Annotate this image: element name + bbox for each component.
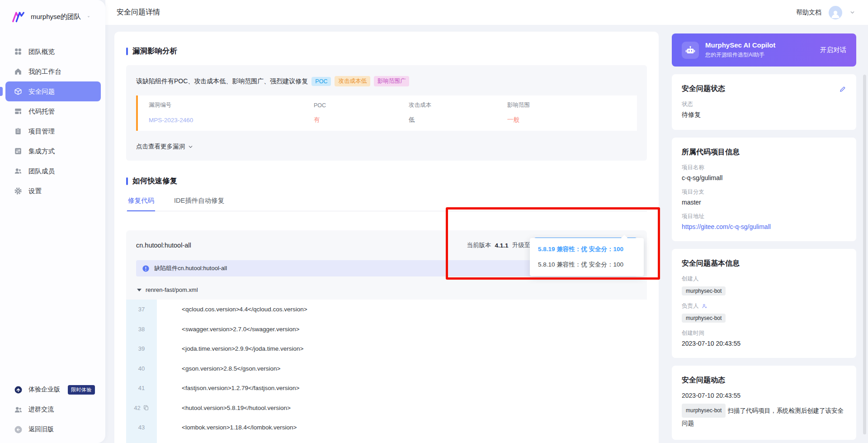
sidebar: murphyse的团队 团队概览 我的工作台 安全问题: [0, 0, 105, 443]
collapse-triangle-icon: [137, 289, 142, 291]
current-version-value: 4.1.1: [495, 242, 508, 249]
view-more-vulnerabilities-link[interactable]: 点击查看更多漏洞: [136, 143, 637, 151]
cube-icon: [14, 87, 22, 95]
section-accent-bar: [126, 177, 128, 185]
footer-item-label: 进群交流: [28, 405, 54, 414]
project-url-link[interactable]: https://gitee.com/c-q-sg/gulimall: [682, 223, 846, 230]
code-line: 37 <qcloud.cos.version>4.4</qcloud.cos.v…: [126, 300, 647, 319]
line-number: 42: [134, 405, 140, 411]
sidebar-item-integration[interactable]: 集成方式: [5, 141, 101, 161]
attack-cost-value: 低: [409, 116, 507, 124]
tab-fix-code[interactable]: 修复代码: [127, 192, 155, 211]
code-block: 37 <qcloud.cos.version>4.4</qcloud.cos.v…: [126, 300, 647, 443]
attack-cost-badge: 攻击成本低: [335, 76, 370, 86]
basic-card-title: 安全问题基本信息: [682, 259, 740, 268]
line-number: 37: [126, 300, 157, 319]
line-number: 44: [126, 438, 157, 443]
add-assignee-icon[interactable]: [702, 303, 708, 309]
line-number: 41: [126, 378, 157, 398]
impact-section-title: 漏洞影响分析: [132, 46, 177, 56]
sidebar-item-team-members[interactable]: 团队成员: [5, 161, 101, 181]
brand-logo-icon: [11, 9, 26, 24]
chevron-down-icon[interactable]: [849, 10, 855, 15]
current-version-label: 当前版本: [467, 241, 491, 249]
code-text: <hutool.version>5.8.19</hutool.version>: [157, 398, 291, 418]
sidebar-item-enterprise-trial[interactable]: 体验企业版 限时体验: [0, 380, 105, 400]
sidebar-item-label: 设置: [28, 187, 42, 195]
status-value: 待修复: [682, 111, 846, 119]
copy-icon[interactable]: [143, 405, 149, 411]
project-branch-label: 项目分支: [682, 188, 846, 196]
footer-item-label: 返回旧版: [28, 425, 54, 433]
edit-pencil-icon[interactable]: [839, 86, 846, 93]
team-switcher[interactable]: murphyse的团队: [0, 0, 105, 28]
code-text: <swagger.version>2.7.0</swagger.version>: [157, 319, 299, 339]
sidebar-item-team-overview[interactable]: 团队概览: [5, 42, 101, 62]
project-branch-value: master: [682, 199, 846, 206]
sidebar-item-settings[interactable]: 设置: [5, 181, 101, 201]
line-number: 39: [126, 339, 157, 359]
page-title: 安全问题详情: [117, 8, 160, 17]
avatar[interactable]: [829, 6, 842, 19]
status-label: 状态: [682, 100, 846, 108]
code-text: <gson.version>2.8.5</gson.version>: [157, 359, 280, 379]
storage-icon: [14, 107, 22, 115]
sidebar-item-label: 团队成员: [28, 167, 55, 176]
copilot-title: MurphySec AI Copilot: [705, 41, 775, 49]
creator-label: 创建人: [682, 275, 846, 283]
assignee-label: 负责人: [682, 302, 699, 310]
impact-section-header: 漏洞影响分析: [126, 46, 647, 56]
start-chat-button[interactable]: 开启对话: [820, 46, 846, 54]
line-number: 38: [126, 319, 157, 339]
topbar: 安全问题详情 帮助文档: [105, 0, 868, 25]
footer-item-label: 体验企业版: [28, 386, 60, 394]
dropdown-option-5819[interactable]: 5.8.19 兼容性：优 安全分：100: [530, 242, 644, 257]
activity-description: murphysec-bot扫描了代码项目，系统检测后创建了该安全问题: [682, 404, 846, 429]
project-info-card: 所属代码项目信息 项目名称 c-q-sg/gulimall 项目分支 maste…: [672, 138, 856, 241]
scrollbar-thumb[interactable]: [863, 75, 866, 434]
sidebar-footer: 体验企业版 限时体验 进群交流 返回旧版: [0, 380, 105, 439]
copilot-banner[interactable]: MurphySec AI Copilot 您的开源组件选型AI助手 开启对话: [672, 33, 856, 67]
robot-icon: [682, 42, 699, 59]
line-number: 40: [126, 359, 157, 379]
sidebar-item-project-management[interactable]: 项目管理: [5, 121, 101, 141]
people-icon: [14, 167, 22, 175]
creator-tag: murphysec-bot: [682, 286, 726, 295]
poc-value: 有: [314, 116, 409, 124]
code-text: <fastjson.version>1.2.79</fastjson.versi…: [157, 378, 299, 398]
help-docs-link[interactable]: 帮助文档: [796, 9, 821, 17]
impact-scope-badge: 影响范围广: [374, 76, 410, 86]
component-name: cn.hutool:hutool-all: [136, 242, 191, 249]
sidebar-item-group-chat[interactable]: 进群交流: [0, 400, 105, 419]
sidebar-item-label: 我的工作台: [28, 67, 61, 76]
code-line: 39 <joda.time.version>2.9.9</joda.time.v…: [126, 339, 647, 359]
project-url-label: 项目地址: [682, 213, 846, 220]
section-accent-bar: [126, 48, 128, 55]
impact-scope-value: 一般: [507, 116, 637, 124]
sidebar-item-back-to-old[interactable]: 返回旧版: [0, 419, 105, 439]
code-line-hutool: 42 <hutool.version>5.8.19</hutool.versio…: [126, 398, 647, 418]
sidebar-item-label: 代码托管: [28, 107, 55, 116]
activity-actor-tag: murphysec-bot: [682, 404, 726, 418]
defect-alert-text: 缺陷组件cn.hutool:hutool-all: [154, 264, 227, 272]
sidebar-menu: 团队概览 我的工作台 安全问题 代码托管 项目管理: [0, 42, 105, 201]
sidebar-item-code-hosting[interactable]: 代码托管: [5, 101, 101, 121]
file-collapse-row[interactable]: renren-fast/pom.xml: [126, 276, 647, 300]
issue-status-card: 安全问题状态 状态 待修复: [672, 74, 856, 130]
main-content: 漏洞影响分析 该缺陷组件有POC、攻击成本低、影响范围广、强烈建议修复 POC …: [114, 32, 659, 443]
sidebar-item-security-issues[interactable]: 安全问题: [5, 81, 101, 101]
view-more-label: 点击查看更多漏洞: [136, 143, 185, 151]
active-indicator: [0, 87, 3, 96]
dropdown-option-5810[interactable]: 5.8.10 兼容性：优 安全分：100: [530, 257, 644, 272]
sidebar-item-workbench[interactable]: 我的工作台: [5, 62, 101, 81]
issue-activity-card: 安全问题动态 2023-07-10 20:43:55 murphysec-bot…: [672, 366, 856, 440]
tab-ide-plugin[interactable]: IDE插件自动修复: [173, 192, 225, 211]
version-dropdown-popup: 5.8.19 兼容性：优 安全分：100 5.8.10 兼容性：优 安全分：10…: [530, 238, 644, 276]
arrow-left-circle-icon: [14, 425, 23, 434]
vulnerability-id-link[interactable]: MPS-2023-2460: [149, 117, 314, 124]
poc-badge: POC: [311, 77, 331, 86]
code-line: 38 <swagger.version>2.7.0</swagger.versi…: [126, 319, 647, 339]
code-text: [157, 438, 182, 443]
code-line: 43 <lombok.version>1.18.4</lombok.versio…: [126, 418, 647, 438]
code-text: <qcloud.cos.version>4.4</qcloud.cos.vers…: [157, 300, 307, 319]
